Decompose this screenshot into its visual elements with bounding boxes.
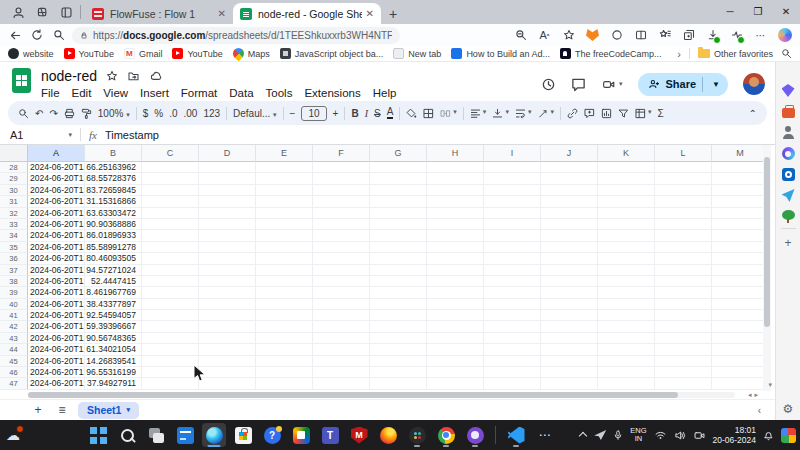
- cell-empty[interactable]: [598, 173, 655, 184]
- cell-value[interactable]: 94.57271024: [85, 265, 142, 276]
- column-header-G[interactable]: G: [370, 145, 427, 162]
- cell-empty[interactable]: [427, 310, 484, 321]
- cell-empty[interactable]: [142, 333, 199, 344]
- cell-empty[interactable]: [541, 321, 598, 332]
- text-wrap-icon[interactable]: ▾: [515, 108, 532, 119]
- cell-empty[interactable]: [256, 196, 313, 207]
- cell-empty[interactable]: [313, 378, 370, 389]
- favorites-bar-icon[interactable]: [657, 28, 672, 43]
- taskbar-chrome-icon[interactable]: [434, 423, 458, 447]
- cell-empty[interactable]: [655, 242, 712, 253]
- cell-empty[interactable]: [484, 173, 541, 184]
- row-number[interactable]: 42: [0, 321, 28, 332]
- strikethrough-icon[interactable]: S: [374, 108, 381, 119]
- bookmark-item[interactable]: JavaScript object ba...: [280, 48, 384, 59]
- cell-empty[interactable]: [313, 344, 370, 355]
- row-number[interactable]: 30: [0, 185, 28, 196]
- cell-empty[interactable]: [598, 196, 655, 207]
- cell-empty[interactable]: [484, 185, 541, 196]
- undo-icon[interactable]: ↶: [35, 108, 43, 119]
- cell-timestamp[interactable]: 2024-06-20T12:2: [28, 356, 85, 367]
- language-indicator[interactable]: ENGIN: [630, 427, 646, 443]
- cell-timestamp[interactable]: 2024-06-20T12:2: [28, 378, 85, 389]
- increase-font-size-button[interactable]: +: [333, 108, 339, 119]
- clock[interactable]: 18:01 20-06-2024: [713, 425, 756, 445]
- comments-icon[interactable]: [571, 77, 586, 92]
- cell-empty[interactable]: [370, 276, 427, 287]
- cell-empty[interactable]: [712, 287, 763, 298]
- taskbar-more-icon[interactable]: ⋯: [533, 423, 557, 447]
- cell-empty[interactable]: [313, 253, 370, 264]
- cell-empty[interactable]: [484, 287, 541, 298]
- column-header-B[interactable]: B: [85, 145, 142, 162]
- italic-icon[interactable]: I: [365, 108, 368, 119]
- new-tab-button[interactable]: +: [381, 3, 405, 24]
- cell-value[interactable]: 52.4447415: [85, 276, 142, 287]
- cell-empty[interactable]: [427, 219, 484, 230]
- cell-empty[interactable]: [256, 378, 313, 389]
- cell-empty[interactable]: [370, 287, 427, 298]
- sidebar-telegram-icon[interactable]: [782, 189, 795, 202]
- row-number[interactable]: 46: [0, 367, 28, 378]
- cell-empty[interactable]: [370, 333, 427, 344]
- cell-value[interactable]: 8.461967769: [85, 287, 142, 298]
- cell-timestamp[interactable]: 2024-06-20T12:2: [28, 253, 85, 264]
- cell-empty[interactable]: [484, 265, 541, 276]
- chevron-down-icon[interactable]: ▾: [68, 131, 72, 139]
- column-header-I[interactable]: I: [484, 145, 541, 162]
- cell-timestamp[interactable]: 2024-06-20T12:2: [28, 230, 85, 241]
- cell-empty[interactable]: [712, 173, 763, 184]
- scroll-down-icon[interactable]: ▾: [768, 381, 772, 389]
- cell-empty[interactable]: [256, 230, 313, 241]
- taskbar-firefox-icon[interactable]: [376, 423, 400, 447]
- cell-empty[interactable]: [427, 242, 484, 253]
- cell-empty[interactable]: [256, 276, 313, 287]
- video-call-icon[interactable]: ▾: [601, 78, 623, 91]
- insert-link-icon[interactable]: [567, 108, 578, 119]
- cell-empty[interactable]: [142, 378, 199, 389]
- profile-icon[interactable]: [6, 0, 30, 24]
- cell-empty[interactable]: [598, 230, 655, 241]
- cell-empty[interactable]: [484, 162, 541, 173]
- cell-empty[interactable]: [370, 344, 427, 355]
- cell-empty[interactable]: [199, 208, 256, 219]
- cell-value[interactable]: 86.01896933: [85, 230, 142, 241]
- cell-empty[interactable]: [142, 265, 199, 276]
- cell-empty[interactable]: [256, 356, 313, 367]
- tab-close-icon[interactable]: ✕: [218, 8, 226, 19]
- cell-empty[interactable]: [199, 276, 256, 287]
- cell-empty[interactable]: [598, 265, 655, 276]
- cell-empty[interactable]: [142, 162, 199, 173]
- bold-icon[interactable]: B: [351, 108, 358, 119]
- metamask-extension-icon[interactable]: [585, 28, 600, 43]
- cell-empty[interactable]: [313, 242, 370, 253]
- cell-value[interactable]: 66.25163962: [85, 162, 142, 173]
- vertical-scrollbar[interactable]: [763, 145, 771, 391]
- cell-empty[interactable]: [541, 367, 598, 378]
- bookmark-item[interactable]: Maps: [233, 48, 270, 59]
- cell-empty[interactable]: [655, 344, 712, 355]
- cell-timestamp[interactable]: 2024-06-20T12:2: [28, 208, 85, 219]
- minimize-button[interactable]: ─: [716, 0, 744, 22]
- cell-empty[interactable]: [598, 253, 655, 264]
- column-header-A[interactable]: A: [28, 145, 85, 162]
- column-header-L[interactable]: L: [655, 145, 712, 162]
- cell-empty[interactable]: [541, 230, 598, 241]
- cell-empty[interactable]: [712, 367, 763, 378]
- cell-empty[interactable]: [541, 276, 598, 287]
- document-title[interactable]: node-red: [41, 68, 97, 84]
- cell-empty[interactable]: [598, 356, 655, 367]
- cell-empty[interactable]: [199, 265, 256, 276]
- url-field[interactable]: https://docs.google.com/spreadsheets/d/1…: [72, 27, 400, 44]
- horizontal-scrollbar-thumb[interactable]: [28, 392, 678, 398]
- star-icon[interactable]: [106, 70, 118, 82]
- insert-chart-icon[interactable]: [601, 108, 612, 119]
- formula-input[interactable]: Timestamp: [105, 129, 159, 141]
- cell-empty[interactable]: [541, 173, 598, 184]
- cell-empty[interactable]: [541, 344, 598, 355]
- zoom-out-icon[interactable]: [513, 28, 528, 43]
- cell-empty[interactable]: [541, 208, 598, 219]
- cell-empty[interactable]: [541, 162, 598, 173]
- sidebar-collapse-icon[interactable]: ‹: [758, 405, 761, 416]
- cell-empty[interactable]: [598, 367, 655, 378]
